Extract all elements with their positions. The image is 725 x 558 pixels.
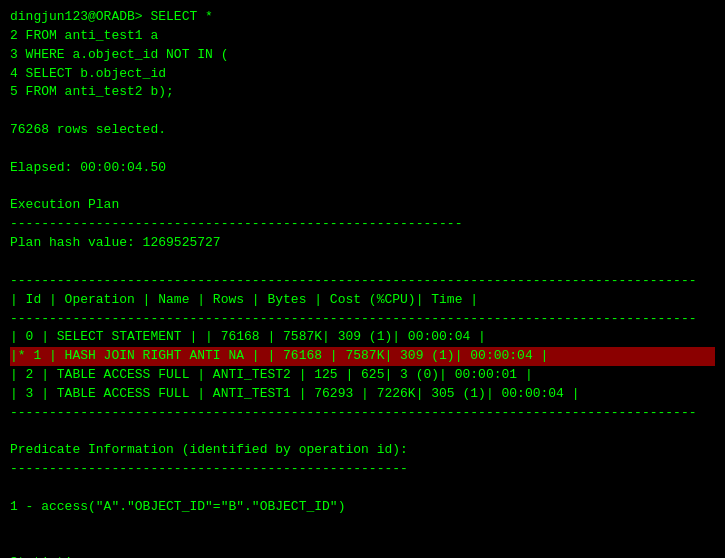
elapsed: Elapsed: 00:00:04.50 [10,159,715,178]
separator-pred: ----------------------------------------… [10,460,715,479]
query-block: dingjun123@ORADB> SELECT * 2 FROM anti_t… [10,8,715,102]
statistics-label: Statistics [10,554,715,558]
plan-row-3: | 3 | TABLE ACCESS FULL | ANTI_TEST1 | 7… [10,385,715,404]
query-line-3: 3 WHERE a.object_id NOT IN ( [10,47,228,62]
rows-selected: 76268 rows selected. [10,121,715,140]
query-line-5: 5 FROM anti_test2 b); [10,84,174,99]
execution-plan-label: Execution Plan [10,196,715,215]
plan-hash: Plan hash value: 1269525727 [10,234,715,253]
plan-row-0: | 0 | SELECT STATEMENT | | 76168 | 7587K… [10,328,715,347]
separator-table-top: ----------------------------------------… [10,272,715,291]
plan-row-1: |* 1 | HASH JOIN RIGHT ANTI NA | | 76168… [10,347,715,366]
table-header: | Id | Operation | Name | Rows | Bytes |… [10,291,715,310]
query-line-2: 2 FROM anti_test1 a [10,28,158,43]
predicate-label: Predicate Information (identified by ope… [10,441,715,460]
query-line-4: 4 SELECT b.object_id [10,66,166,81]
prompt-line: dingjun123@ORADB> SELECT * [10,9,213,24]
plan-row-2: | 2 | TABLE ACCESS FULL | ANTI_TEST2 | 1… [10,366,715,385]
separator-table-mid: ----------------------------------------… [10,310,715,329]
separator-table-bot: ----------------------------------------… [10,404,715,423]
terminal-window: dingjun123@ORADB> SELECT * 2 FROM anti_t… [10,8,715,558]
predicate-1: 1 - access("A"."OBJECT_ID"="B"."OBJECT_I… [10,498,715,517]
separator-1: ----------------------------------------… [10,215,715,234]
